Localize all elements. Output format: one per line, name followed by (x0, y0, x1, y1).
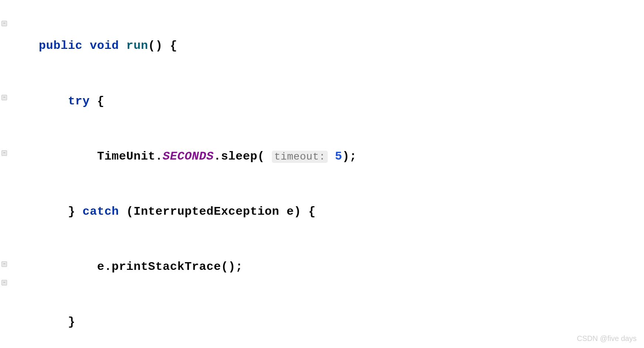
parentheses: () (148, 39, 162, 53)
open-paren: ( (257, 150, 272, 163)
open-paren: ( (126, 205, 134, 218)
method-printstacktrace: printStackTrace (112, 260, 221, 274)
dot: . (155, 150, 163, 163)
dot: . (104, 260, 112, 274)
keyword-catch: catch (75, 205, 126, 218)
number-literal: 5 (335, 150, 342, 163)
var-e: e (279, 205, 294, 218)
brace: { (90, 94, 104, 108)
class-timeunit: TimeUnit (97, 150, 155, 163)
code-line: try { (9, 92, 644, 110)
keyword-public: public (39, 39, 82, 53)
gutter: −−−−− (0, 0, 9, 348)
code-line: e.printStackTrace(); (9, 258, 644, 276)
code-line: TimeUnit.SECONDS.sleep( timeout: 5); (9, 147, 644, 166)
code-line: } catch (InterruptedException e) { (9, 203, 644, 221)
indent (10, 150, 97, 163)
indent (10, 205, 68, 218)
brace: } (68, 205, 75, 218)
brace: } (68, 315, 75, 329)
type-interruptedexception: InterruptedException (134, 205, 279, 218)
close-paren: ); (342, 150, 357, 163)
method-sleep: sleep (221, 150, 257, 163)
fold-marker-icon[interactable]: − (1, 150, 7, 156)
fold-marker-icon[interactable]: − (1, 261, 7, 267)
brace: { (301, 205, 316, 218)
code-editor[interactable]: −−−−− public void run() { try { TimeUnit… (0, 0, 644, 348)
fold-marker-icon[interactable]: − (1, 21, 7, 26)
indent (10, 39, 39, 53)
brace: { (163, 39, 177, 53)
indent (10, 94, 68, 108)
space (328, 150, 335, 163)
var-e: e (97, 260, 104, 274)
keyword-void: void (90, 39, 119, 53)
dot: . (214, 150, 221, 163)
indent (10, 260, 97, 274)
fold-marker-icon[interactable]: − (1, 95, 7, 100)
param-hint-timeout: timeout: (272, 151, 327, 163)
parentheses: (); (221, 260, 243, 274)
fold-marker-icon[interactable]: − (1, 280, 7, 285)
method-name-run: run (126, 39, 148, 53)
enum-seconds: SECONDS (163, 150, 214, 163)
code-line: public void run() { (9, 37, 644, 55)
code-line: } (9, 313, 644, 331)
keyword-try: try (68, 94, 90, 108)
close-paren: ) (294, 205, 301, 218)
code-area[interactable]: public void run() { try { TimeUnit.SECON… (9, 0, 644, 348)
watermark: CSDN @five days (577, 333, 637, 344)
indent (10, 315, 68, 329)
